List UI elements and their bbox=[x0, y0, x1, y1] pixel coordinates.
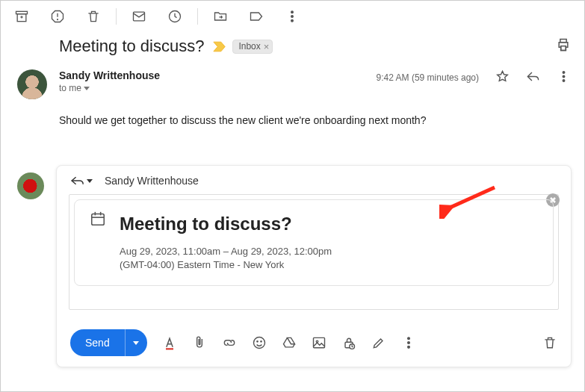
svg-rect-5 bbox=[134, 12, 145, 21]
chip-text: Inbox bbox=[238, 41, 260, 52]
print-icon[interactable] bbox=[556, 37, 571, 55]
recipient-dropdown[interactable]: to me bbox=[59, 83, 377, 93]
subject-row: Meeting to discuss? Inbox × bbox=[1, 32, 584, 65]
compose-toolbar: Send bbox=[57, 322, 571, 367]
insert-emoji-icon[interactable] bbox=[252, 335, 267, 350]
send-button[interactable]: Send bbox=[70, 329, 147, 356]
event-title: Meeting to discuss? bbox=[120, 214, 332, 234]
compose-reply-card: Sandy Writtenhouse Meeting to discuss? A… bbox=[56, 165, 572, 367]
reply-type-dropdown[interactable] bbox=[70, 175, 93, 187]
insert-link-icon[interactable] bbox=[222, 335, 237, 350]
insert-drive-icon[interactable] bbox=[282, 335, 297, 350]
reply-icon[interactable] bbox=[526, 69, 540, 86]
reply-header: Sandy Writtenhouse bbox=[57, 166, 571, 194]
svg-point-21 bbox=[253, 337, 264, 349]
my-avatar[interactable] bbox=[17, 172, 44, 199]
archive-icon[interactable] bbox=[14, 9, 29, 24]
svg-point-8 bbox=[291, 16, 294, 18]
sender-avatar[interactable] bbox=[17, 69, 47, 99]
formatting-options-icon[interactable] bbox=[162, 335, 177, 350]
labels-icon[interactable] bbox=[249, 9, 264, 24]
more-icon[interactable] bbox=[285, 9, 300, 24]
chevron-down-icon bbox=[87, 179, 93, 183]
calendar-icon bbox=[90, 211, 106, 272]
importance-marker-icon[interactable] bbox=[213, 41, 226, 52]
compose-body[interactable]: Meeting to discuss? Aug 29, 2023, 11:00a… bbox=[69, 194, 559, 310]
report-spam-icon[interactable] bbox=[50, 9, 65, 24]
svg-point-22 bbox=[257, 341, 258, 342]
insert-photo-icon[interactable] bbox=[312, 335, 326, 350]
svg-point-13 bbox=[563, 75, 565, 78]
discard-draft-icon[interactable] bbox=[542, 335, 557, 350]
svg-point-7 bbox=[291, 11, 294, 13]
message-body: Should we get together to discuss the ne… bbox=[1, 99, 584, 126]
svg-point-12 bbox=[563, 72, 565, 74]
svg-point-30 bbox=[407, 346, 409, 349]
svg-point-14 bbox=[563, 80, 565, 82]
attach-file-icon[interactable] bbox=[192, 335, 207, 350]
svg-rect-24 bbox=[313, 337, 324, 347]
event-details: Meeting to discuss? Aug 29, 2023, 11:00a… bbox=[120, 211, 332, 272]
svg-point-23 bbox=[261, 341, 261, 342]
event-time: Aug 29, 2023, 11:00am – Aug 29, 2023, 12… bbox=[120, 245, 332, 258]
inbox-label-chip[interactable]: Inbox × bbox=[232, 40, 273, 54]
mark-unread-icon[interactable] bbox=[131, 9, 146, 24]
compose-more-icon[interactable] bbox=[401, 335, 416, 350]
move-to-icon[interactable] bbox=[213, 9, 228, 24]
email-subject: Meeting to discuss? bbox=[59, 37, 204, 56]
delete-icon[interactable] bbox=[86, 9, 101, 24]
mail-action-toolbar bbox=[1, 1, 584, 32]
timestamp: 9:42 AM (59 minutes ago) bbox=[377, 72, 479, 83]
snooze-icon[interactable] bbox=[167, 9, 182, 24]
chevron-down-icon bbox=[84, 87, 90, 90]
svg-point-29 bbox=[407, 342, 409, 344]
svg-point-28 bbox=[407, 337, 409, 340]
message-header: Sandy Writtenhouse to me 9:42 AM (59 min… bbox=[1, 65, 584, 99]
svg-point-9 bbox=[291, 20, 294, 22]
sender-name: Sandy Writtenhouse bbox=[59, 69, 377, 81]
message-more-icon[interactable] bbox=[557, 69, 571, 86]
svg-point-4 bbox=[58, 19, 58, 20]
send-options-dropdown[interactable] bbox=[125, 329, 147, 356]
to-text: to me bbox=[59, 83, 81, 93]
insert-signature-icon[interactable] bbox=[371, 335, 386, 350]
reply-recipient[interactable]: Sandy Writtenhouse bbox=[105, 175, 199, 187]
send-label: Send bbox=[70, 329, 125, 356]
confidential-mode-icon[interactable] bbox=[341, 335, 356, 350]
separator bbox=[197, 8, 198, 25]
event-timezone: (GMT-04:00) Eastern Time - New York bbox=[120, 258, 332, 272]
star-icon[interactable] bbox=[495, 69, 510, 86]
svg-rect-15 bbox=[92, 214, 105, 225]
remove-label-icon[interactable]: × bbox=[264, 41, 270, 52]
separator bbox=[116, 8, 117, 25]
svg-rect-11 bbox=[561, 46, 566, 51]
calendar-event-attachment[interactable]: Meeting to discuss? Aug 29, 2023, 11:00a… bbox=[74, 199, 554, 286]
